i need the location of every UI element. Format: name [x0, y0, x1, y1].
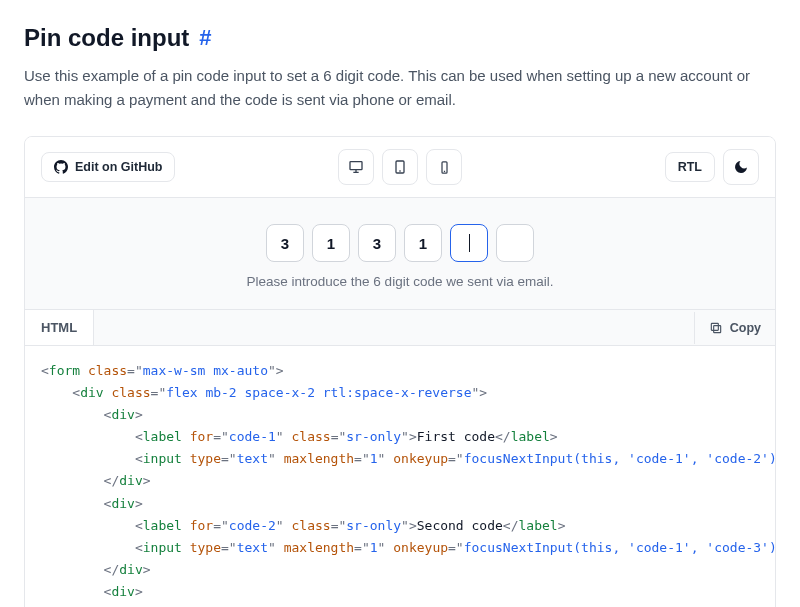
- pin-input-row: 3 1 3 1: [266, 224, 534, 262]
- edit-github-label: Edit on GitHub: [75, 160, 162, 174]
- copy-label: Copy: [730, 321, 761, 335]
- rtl-toggle-button[interactable]: RTL: [665, 152, 715, 182]
- device-preview-group: [338, 149, 462, 185]
- clipboard-icon: [709, 321, 723, 335]
- example-toolbar: Edit on GitHub RTL: [25, 137, 775, 198]
- svg-rect-0: [350, 162, 362, 170]
- anchor-link[interactable]: #: [199, 25, 211, 51]
- code-tabs-bar: HTML Copy: [25, 309, 775, 346]
- mobile-icon: [437, 160, 452, 175]
- pin-input-4[interactable]: 1: [404, 224, 442, 262]
- dark-mode-toggle-button[interactable]: [723, 149, 759, 185]
- text-caret: [469, 234, 470, 252]
- pin-input-1[interactable]: 3: [266, 224, 304, 262]
- section-heading: Pin code input #: [24, 24, 776, 52]
- svg-rect-8: [711, 323, 718, 330]
- pin-input-3[interactable]: 3: [358, 224, 396, 262]
- svg-rect-7: [713, 325, 720, 332]
- tablet-preview-button[interactable]: [382, 149, 418, 185]
- example-card: Edit on GitHub RTL 3 1 3 1 Please introd…: [24, 136, 776, 607]
- copy-button[interactable]: Copy: [694, 312, 775, 344]
- moon-icon: [733, 159, 749, 175]
- pin-input-2[interactable]: 1: [312, 224, 350, 262]
- desktop-icon: [348, 159, 364, 175]
- tablet-icon: [392, 159, 408, 175]
- component-preview: 3 1 3 1 Please introduce the 6 digit cod…: [25, 198, 775, 309]
- section-description: Use this example of a pin code input to …: [24, 64, 776, 112]
- tab-html[interactable]: HTML: [25, 310, 94, 345]
- pin-input-6[interactable]: [496, 224, 534, 262]
- section-title: Pin code input: [24, 24, 189, 52]
- mobile-preview-button[interactable]: [426, 149, 462, 185]
- pin-helper-text: Please introduce the 6 digit code we sen…: [41, 274, 759, 289]
- pin-input-5[interactable]: [450, 224, 488, 262]
- code-block: <form class="max-w-sm mx-auto"> <div cla…: [25, 346, 775, 607]
- github-icon: [54, 160, 68, 174]
- desktop-preview-button[interactable]: [338, 149, 374, 185]
- edit-github-button[interactable]: Edit on GitHub: [41, 152, 175, 182]
